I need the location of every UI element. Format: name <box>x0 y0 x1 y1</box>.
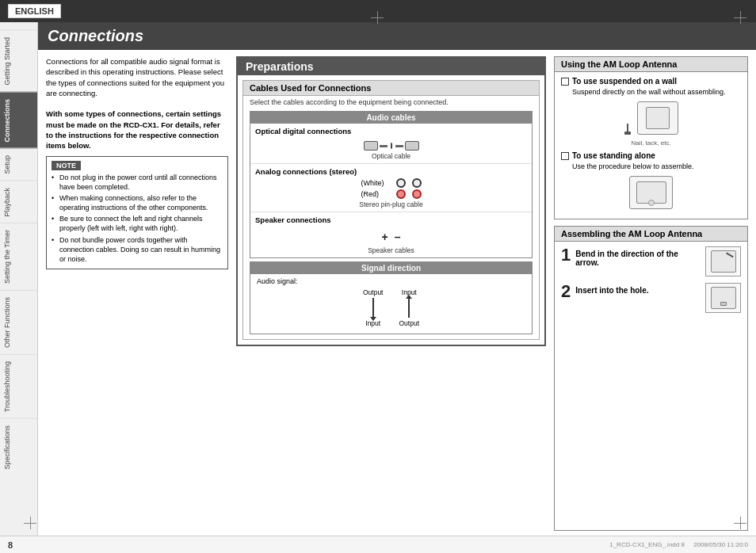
optical-conn-right <box>405 141 419 151</box>
step-1-row: 1 Bend in the direction of the arrow. <box>561 246 741 276</box>
optical-wire-left <box>380 145 388 147</box>
sidebar-item-getting-started[interactable]: Getting Started <box>0 30 37 92</box>
note-item-4: Do not bundle power cords together with … <box>52 235 223 264</box>
preparations-header: Preparations <box>238 58 544 75</box>
bottom-bar: 8 1_RCD-CX1_ENG_.indd 8 2008/05/30 11:20… <box>0 536 756 553</box>
output-label-1: Output <box>363 288 384 296</box>
output-label-2: Output <box>399 319 420 327</box>
red-label: (Red) <box>361 190 393 198</box>
left-column: Connections for all compatible audio sig… <box>46 56 228 531</box>
signal-col-left: Output Input <box>363 288 384 327</box>
page-number: 8 <box>8 540 13 550</box>
analog-diagram: (White) <box>255 178 527 208</box>
sidebar-item-connections[interactable]: Connections <box>0 92 37 149</box>
note-item-1: Do not plug in the power cord until all … <box>52 173 223 192</box>
speaker-cable-label: Speaker cables <box>368 246 414 254</box>
intro-text: Connections for all compatible audio sig… <box>46 56 228 151</box>
antenna-wall-shape <box>646 107 670 129</box>
step-2-text: Insert into the hole. <box>575 283 701 295</box>
step-1-number: 1 <box>561 246 571 264</box>
audio-signal-label: Audio signal: <box>257 277 525 285</box>
select-cables-text: Select the cables according to the equip… <box>243 96 539 108</box>
note-item-2: When making connections, also refer to t… <box>52 193 223 212</box>
step-2-figure <box>705 283 741 313</box>
nail-head <box>624 132 631 135</box>
file-info: 1_RCD-CX1_ENG_.indd 8 2008/05/30 11:20:0 <box>609 541 748 548</box>
standing-image <box>561 176 741 209</box>
optical-cable-label: Optical cable <box>372 152 410 160</box>
suspend-diagram <box>624 101 678 135</box>
am-loop-header: Using the AM Loop Antenna <box>555 57 747 72</box>
am-loop-box: Using the AM Loop Antenna To use suspend… <box>554 56 748 219</box>
optical-wire-right <box>395 145 403 147</box>
cables-section: Cables Used for Connections Select the c… <box>242 80 540 340</box>
optical-cable-full <box>391 143 392 149</box>
antenna-standing-fig <box>629 176 673 209</box>
note-item-3: Be sure to connect the left and right ch… <box>52 214 223 233</box>
standing-text: Use the procedure below to assemble. <box>561 162 741 171</box>
standing-section: To use standing alone Use the procedure … <box>561 151 741 209</box>
hole-piece <box>720 302 727 306</box>
step-2-shape <box>711 287 736 309</box>
speaker-plus-left: + <box>382 231 388 243</box>
optical-cable-body <box>391 143 392 149</box>
checkbox-icon-standing <box>561 152 569 160</box>
main-layout: Getting Started Connections Setup Playba… <box>0 22 756 536</box>
speaker-row: Speaker connections + <box>250 212 532 257</box>
note-title: NOTE <box>52 161 81 170</box>
middle-column: Preparations Cables Used for Connections… <box>236 56 546 531</box>
signal-content: Audio signal: Output Input Input <box>250 274 532 334</box>
antenna-wall-fig <box>637 101 678 135</box>
audio-cables-section: Audio cables Optical digital connections <box>250 111 533 258</box>
sidebar-item-playback[interactable]: Playback <box>0 181 37 223</box>
stereo-cable-label: Stereo pin-plug cable <box>359 200 422 208</box>
rca-white-left <box>396 178 406 188</box>
step-1-figure <box>705 246 741 276</box>
analog-label: Analog connections (stereo) <box>255 167 527 176</box>
sidebar-item-setup[interactable]: Setup <box>0 148 37 181</box>
sidebar-item-other-functions[interactable]: Other Functions <box>0 290 37 354</box>
note-list: Do not plug in the power cord until all … <box>52 173 223 264</box>
optical-conn-left <box>364 141 378 151</box>
optical-cable-sheath <box>391 143 392 149</box>
arrow-bend <box>726 253 733 257</box>
optical-left-end <box>364 141 388 151</box>
right-column: Using the AM Loop Antenna To use suspend… <box>554 56 748 531</box>
red-channel: (Red) <box>361 189 422 199</box>
analog-row: Analog connections (stereo) (White) <box>250 164 532 212</box>
language-label: ENGLISH <box>8 4 61 18</box>
note-box: NOTE Do not plug in the power cord until… <box>46 156 228 269</box>
signal-col-right: Input Output <box>399 288 420 327</box>
suspend-text: Suspend directly on the wall without ass… <box>561 87 741 97</box>
optical-cable-diagram <box>364 141 419 151</box>
content-body: Connections for all compatible audio sig… <box>38 50 756 536</box>
rca-red-right <box>412 189 422 199</box>
antenna-base <box>648 200 655 206</box>
checkbox-icon-suspend <box>561 78 569 86</box>
page-title-bar: Connections <box>38 22 756 50</box>
step-2-row: 2 Insert into the hole. <box>561 283 741 313</box>
optical-row: Optical digital connections <box>250 124 532 164</box>
speaker-minus-right: – <box>395 231 401 243</box>
sidebar-item-troubleshooting[interactable]: Troubleshooting <box>0 354 37 418</box>
top-bar: ENGLISH <box>0 0 756 22</box>
optical-label: Optical digital connections <box>255 127 527 135</box>
signal-header: Signal direction <box>250 262 532 274</box>
sidebar-item-timer[interactable]: Setting the Timer <box>0 223 37 290</box>
optical-diagram: Optical cable <box>255 138 527 160</box>
arrow-down-left <box>372 298 374 318</box>
speaker-diagram: + – Speaker cables <box>255 227 527 254</box>
arrow-up-right <box>408 298 410 318</box>
audio-cables-header: Audio cables <box>250 112 532 124</box>
step-1-shape <box>711 250 736 273</box>
assembling-content: 1 Bend in the direction of the arrow. 2 <box>555 242 747 324</box>
sidebar-item-specifications[interactable]: Specifications <box>0 418 37 476</box>
optical-right-end <box>395 141 419 151</box>
signal-section: Signal direction Audio signal: Output In… <box>250 261 533 334</box>
preparations-box: Preparations Cables Used for Connections… <box>236 56 546 346</box>
sidebar: Getting Started Connections Setup Playba… <box>0 22 38 536</box>
suspend-section: To use suspended on a wall Suspend direc… <box>561 77 741 147</box>
white-channel: (White) <box>361 178 422 188</box>
nail-label: Nail, tack, etc. <box>561 139 741 147</box>
assembling-header: Assembling the AM Loop Antenna <box>555 227 747 242</box>
